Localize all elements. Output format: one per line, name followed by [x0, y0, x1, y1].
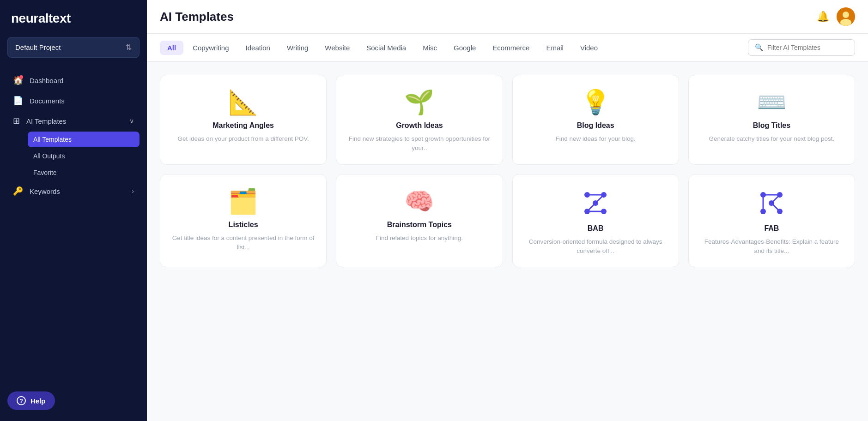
card-description: Find related topics for anything. — [376, 234, 463, 243]
fab-icon — [758, 189, 785, 217]
filter-tab-google[interactable]: Google — [446, 41, 483, 55]
sidebar-bottom: ? Help — [7, 384, 140, 410]
subnav-item-all-outputs[interactable]: All Outputs — [28, 148, 140, 164]
grid-icon: ⊞ — [13, 116, 20, 126]
sidebar-item-dashboard[interactable]: 🏠 Dashboard — [7, 71, 140, 90]
document-icon: 📄 — [13, 96, 23, 106]
subnav-item-favorite[interactable]: Favorite — [28, 165, 140, 180]
filter-tab-misc[interactable]: Misc — [415, 41, 444, 55]
main-content: AI Templates 🔔 All Copywriting Ideation … — [147, 0, 868, 421]
card-title: Listicles — [229, 221, 258, 229]
card-description: Generate catchy titles for your next blo… — [709, 134, 835, 144]
card-icon: ⌨️ — [757, 90, 787, 114]
card-title: Brainstorm Topics — [387, 221, 452, 229]
card-description: Find new strategies to spot growth oppor… — [347, 134, 491, 153]
card-brainstorm-topics[interactable]: 🧠 Brainstorm Topics Find related topics … — [336, 174, 503, 268]
logo: neuraltext — [7, 11, 140, 26]
card-icon: 🗂️ — [228, 189, 258, 213]
filter-tab-ecommerce[interactable]: Ecommerce — [485, 41, 537, 55]
question-icon: ? — [17, 396, 26, 405]
chevron-updown-icon: ⇅ — [126, 43, 132, 52]
help-label: Help — [30, 397, 46, 405]
filter-tab-email[interactable]: Email — [539, 41, 571, 55]
filter-tab-video[interactable]: Video — [573, 41, 605, 55]
card-bab[interactable]: BAB Conversion-oriented formula designed… — [512, 174, 679, 268]
bell-icon[interactable]: 🔔 — [817, 11, 829, 23]
card-description: Conversion-oriented formula designed to … — [524, 237, 668, 256]
svg-point-1 — [843, 12, 849, 18]
sidebar: neuraltext Default Project ⇅ 🏠 Dashboard… — [0, 0, 147, 421]
card-listicles[interactable]: 🗂️ Listicles Get title ideas for a conte… — [160, 174, 327, 268]
card-marketing-angles[interactable]: 📐 Marketing Angles Get ideas on your pro… — [160, 75, 327, 165]
sidebar-item-documents[interactable]: 📄 Documents — [7, 91, 140, 110]
help-button[interactable]: ? Help — [7, 391, 55, 410]
sidebar-item-label: Documents — [30, 97, 65, 105]
card-title: Marketing Angles — [212, 121, 274, 130]
card-title: Blog Titles — [753, 121, 791, 130]
key-icon: 🔑 — [13, 186, 23, 196]
filter-search-input[interactable] — [767, 44, 848, 51]
project-selector[interactable]: Default Project ⇅ — [7, 37, 140, 58]
chevron-right-icon: › — [132, 187, 134, 195]
card-title: Growth Ideas — [396, 121, 443, 130]
top-bar-right: 🔔 — [817, 7, 855, 26]
page-title: AI Templates — [160, 10, 234, 24]
sidebar-item-ai-templates[interactable]: ⊞ AI Templates ∨ — [7, 111, 140, 131]
filter-tab-all[interactable]: All — [160, 41, 183, 55]
card-icon: 🌱 — [404, 90, 434, 114]
card-fab[interactable]: FAB Features-Advantages-Benefits: Explai… — [688, 174, 855, 268]
filter-search-box[interactable]: 🔍 — [748, 39, 855, 56]
svg-line-10 — [587, 203, 595, 211]
sidebar-item-label: AI Templates — [26, 117, 66, 125]
top-bar: AI Templates 🔔 — [147, 0, 868, 34]
card-icon: 📐 — [228, 90, 258, 114]
card-description: Find new ideas for your blog. — [555, 134, 635, 144]
card-description: Features-Advantages-Benefits: Explain a … — [700, 237, 844, 256]
card-icon: 🧠 — [404, 189, 434, 213]
card-title: BAB — [588, 224, 604, 233]
filter-tab-social-media[interactable]: Social Media — [359, 41, 413, 55]
filter-bar: All Copywriting Ideation Writing Website… — [147, 34, 868, 62]
subnav-item-all-templates[interactable]: All Templates — [28, 132, 140, 147]
nav-section: 🏠 Dashboard 📄 Documents ⊞ AI Templates ∨… — [7, 71, 140, 202]
project-name: Default Project — [15, 43, 61, 51]
card-blog-titles[interactable]: ⌨️ Blog Titles Generate catchy titles fo… — [688, 75, 855, 165]
search-icon: 🔍 — [755, 43, 764, 52]
card-title: Blog Ideas — [577, 121, 614, 130]
card-description: Get title ideas for a content presented … — [171, 234, 315, 253]
filter-tab-ideation[interactable]: Ideation — [238, 41, 278, 55]
cards-grid: 📐 Marketing Angles Get ideas on your pro… — [160, 75, 855, 267]
avatar[interactable] — [837, 7, 855, 26]
card-icon: 💡 — [581, 90, 611, 114]
sidebar-item-keywords[interactable]: 🔑 Keywords › — [7, 181, 140, 201]
filter-tab-website[interactable]: Website — [317, 41, 357, 55]
svg-line-9 — [595, 195, 604, 203]
content-area: 📐 Marketing Angles Get ideas on your pro… — [147, 62, 868, 421]
card-blog-ideas[interactable]: 💡 Blog Ideas Find new ideas for your blo… — [512, 75, 679, 165]
ai-templates-subnav: All Templates All Outputs Favorite — [7, 132, 140, 180]
notification-badge — [19, 75, 23, 79]
sidebar-item-label: Keywords — [30, 187, 60, 195]
sidebar-item-label: Dashboard — [30, 77, 63, 84]
filter-tab-writing[interactable]: Writing — [279, 41, 316, 55]
svg-line-18 — [771, 195, 780, 203]
card-growth-ideas[interactable]: 🌱 Growth Ideas Find new strategies to sp… — [336, 75, 503, 165]
svg-line-19 — [771, 203, 780, 211]
filter-tab-copywriting[interactable]: Copywriting — [185, 41, 236, 55]
chevron-down-icon: ∨ — [129, 117, 134, 125]
card-title: FAB — [764, 224, 779, 233]
card-description: Get ideas on your product from a differe… — [177, 134, 309, 144]
bab-icon — [582, 189, 609, 217]
